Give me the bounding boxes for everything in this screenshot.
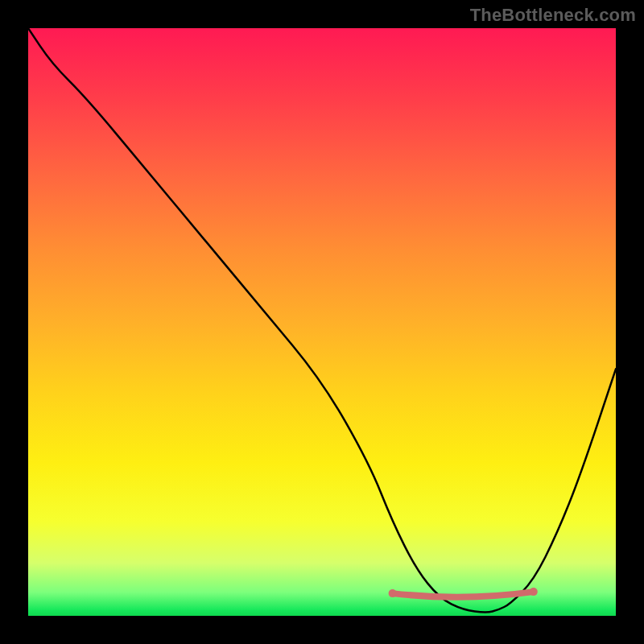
watermark-label: TheBottleneck.com <box>470 5 636 26</box>
bottleneck-curve <box>28 28 616 612</box>
optimal-range-band <box>393 592 534 597</box>
chart-plot-area <box>28 28 616 616</box>
optimal-range-start-dot <box>389 589 397 597</box>
chart-svg <box>28 28 616 616</box>
optimal-range-end-dot <box>530 588 538 596</box>
